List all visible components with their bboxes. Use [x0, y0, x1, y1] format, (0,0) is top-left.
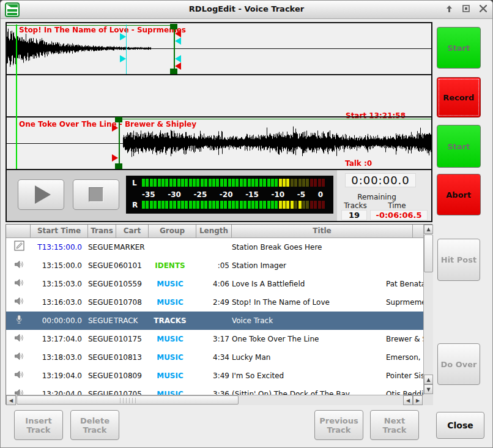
header-group[interactable]: Group: [149, 225, 196, 238]
log-row-marker[interactable]: T13:15:00.0 SEGUE MARKER Station Break G…: [6, 238, 423, 256]
cell-group: MUSIC: [146, 367, 194, 385]
cell-trans: SEGUE: [88, 385, 116, 395]
previous-track-button[interactable]: Previous Track: [314, 410, 363, 440]
play-button[interactable]: [18, 179, 64, 210]
cell-title: One Toke Over The Line: [232, 330, 385, 348]
speaker-icon: [6, 256, 32, 275]
remaining-label: Remaining: [337, 193, 417, 201]
track2-start-marker-handle-bottom[interactable]: [115, 163, 122, 169]
maximize-window-button[interactable]: [461, 3, 472, 14]
track1-talk-marker-top-icon[interactable]: [175, 37, 181, 45]
track1-cue-marker-bottom-icon[interactable]: [120, 55, 126, 62]
cell-trans: SEGUE: [88, 293, 116, 312]
track2-title: One Toke Over The Line - Brewer & Shiple…: [19, 120, 196, 129]
play-icon: [35, 185, 51, 204]
speaker-icon: [6, 367, 32, 385]
track1-cue-line[interactable]: [126, 24, 127, 74]
cell-title: Station Imager: [232, 256, 385, 275]
cell-cart: 010175: [114, 330, 147, 348]
stop-button[interactable]: [73, 179, 119, 210]
log-row[interactable]: 13:18:03.0 SEGUE 010813 MUSIC 4:34 Lucky…: [6, 348, 423, 367]
meter-left-label: L: [132, 179, 137, 187]
hit-post-button[interactable]: Hit Post: [437, 239, 480, 281]
track1-cue-marker-top-icon[interactable]: [120, 33, 126, 40]
cell-cart: 010559: [114, 275, 147, 293]
cell-length: 2:49: [194, 293, 229, 312]
insert-track-button[interactable]: Insert Track: [14, 410, 63, 440]
meter-row-left: [142, 179, 327, 187]
meter-scale: -35-30-25-20-15-10-50: [142, 190, 323, 199]
note-icon: [6, 238, 32, 256]
scroll-up-button[interactable]: ▲: [424, 225, 433, 234]
cell-title: Love Is A Battlefield: [232, 275, 385, 293]
header-trans[interactable]: Trans: [88, 225, 116, 238]
scroll-right-button[interactable]: ▶: [413, 395, 423, 405]
start-track1-button[interactable]: Start: [437, 27, 481, 69]
track2-fade-marker-bottom-icon[interactable]: [112, 154, 118, 162]
cell-artist: Brewer & S: [386, 330, 423, 348]
track2-fade-marker-top-icon[interactable]: [112, 124, 118, 132]
close-window-button[interactable]: [478, 3, 489, 14]
log-row[interactable]: 13:20:04.0 SEGUE 010705 MUSIC 3:36 (Sitt…: [6, 385, 423, 395]
voice-tracker-window: RDLogEdit - Voice Tracker Stop! In The N…: [0, 0, 493, 448]
scroll-up-button-bottom[interactable]: ▲: [424, 375, 433, 384]
do-over-button[interactable]: Do Over: [437, 343, 480, 385]
log-row[interactable]: 13:19:04.0 SEGUE 010809 MUSIC 3:49 I'm S…: [6, 367, 423, 385]
scrollbar-corner: [423, 395, 433, 405]
vertical-scroll-thumb[interactable]: [424, 234, 433, 272]
cell-title: Stop! In The Name of Love: [232, 293, 385, 312]
cell-length: 3:17: [194, 330, 229, 348]
header-cart[interactable]: Cart: [116, 225, 149, 238]
cell-start-time: 13:19:04.0: [31, 367, 82, 385]
start-track2-button[interactable]: Start: [437, 125, 481, 168]
cell-start-time: 13:20:04.0: [31, 385, 82, 395]
scroll-left-button[interactable]: ◀: [6, 395, 16, 405]
log-row[interactable]: 13:15:03.0 SEGUE 010559 MUSIC 4:06 Love …: [6, 275, 423, 293]
header-length[interactable]: Length: [196, 225, 232, 238]
header-icon-column[interactable]: [6, 225, 31, 238]
cell-length: 3:49: [194, 367, 229, 385]
cell-title: (Sittin' On) The Dock of The Bay: [232, 385, 385, 395]
cell-trans: SEGUE: [88, 348, 116, 367]
log-row[interactable]: 13:17:04.0 SEGUE 010175 MUSIC 3:17 One T…: [6, 330, 423, 348]
elapsed-time-display: 0:00:00.0: [345, 173, 416, 187]
log-row[interactable]: 13:15:00.0 SEGUE 060101 IDENTS :05 Stati…: [6, 256, 423, 275]
titlebar[interactable]: RDLogEdit - Voice Tracker: [1, 1, 492, 19]
region-divider-2: [7, 116, 431, 118]
scroll-down-button[interactable]: ▼: [424, 384, 433, 394]
cell-length: 4:34: [194, 348, 229, 367]
shade-window-button[interactable]: [443, 3, 454, 14]
scroll-left-button-right[interactable]: ◀: [403, 395, 413, 405]
record-button[interactable]: Record: [437, 77, 481, 118]
cell-trans: SEGUE: [88, 330, 116, 348]
cell-title: Voice Track: [232, 312, 385, 330]
delete-track-button[interactable]: Delete Track: [70, 410, 119, 440]
log-row[interactable]: 13:16:03.0 SEGUE 010708 MUSIC 2:49 Stop!…: [6, 293, 423, 312]
track1-talk-marker-bottom-icon[interactable]: [175, 55, 181, 62]
next-track-button[interactable]: Next Track: [370, 410, 419, 440]
cell-cart: 060101: [114, 256, 147, 275]
cell-group: MUSIC: [146, 348, 194, 367]
cell-start-time: 13:15:00.0: [31, 256, 82, 275]
track2-start-marker-handle-top[interactable]: [115, 117, 122, 122]
vertical-scrollbar[interactable]: ▲ ▲ ▼: [423, 225, 433, 395]
cell-cart: 010708: [114, 293, 147, 312]
cell-trans: SEGUE: [88, 256, 116, 275]
abort-button[interactable]: Abort: [437, 174, 481, 215]
track1-fade-marker-top-icon[interactable]: [175, 30, 181, 37]
voice-track-editor[interactable]: Stop! In The Name of Love - Suprmemes St…: [6, 22, 432, 222]
cell-group: MUSIC: [146, 275, 194, 293]
horizontal-scrollbar[interactable]: ◀ ◀ ▶: [6, 395, 423, 405]
cell-artist: Otis Reddin: [386, 385, 423, 395]
track1-title: Stop! In The Name of Love - Suprmemes: [19, 26, 186, 34]
track2-start-marker-line[interactable]: [119, 120, 120, 164]
track1-end-marker-handle-top[interactable]: [170, 24, 177, 29]
horizontal-scroll-thumb[interactable]: [17, 395, 239, 405]
log-row-voice-track-selected[interactable]: 00:00:00.0 SEGUE TRACK TRACKS Voice Trac…: [6, 312, 423, 330]
cell-artist: Suprmemes: [386, 293, 423, 312]
track1-end-marker-handle-bottom[interactable]: [170, 69, 177, 74]
header-start-time[interactable]: Start Time: [31, 225, 88, 238]
close-button[interactable]: Close: [436, 412, 484, 439]
header-title[interactable]: Title: [232, 225, 413, 238]
speaker-icon: [6, 385, 32, 395]
